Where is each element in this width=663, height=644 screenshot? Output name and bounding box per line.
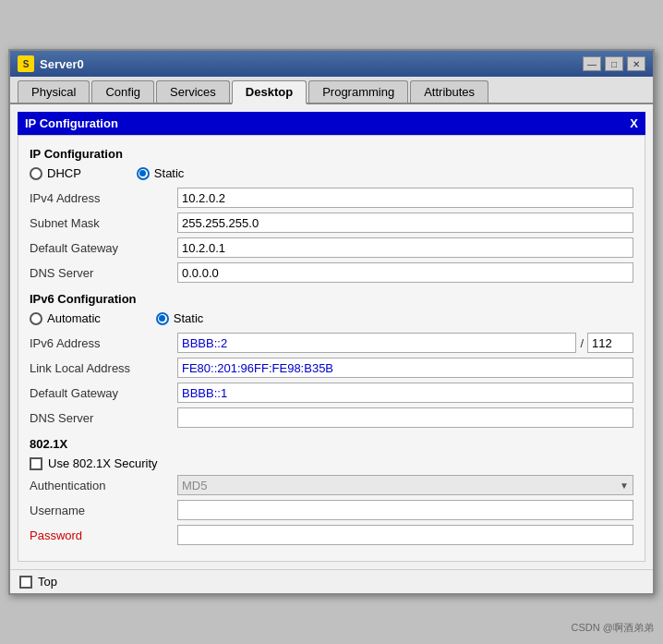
ipv6-section-label: IPv6 Configuration <box>30 292 633 306</box>
dot1x-checkbox-label: Use 802.1X Security <box>48 456 158 470</box>
ip-config-section-label: IP Configuration <box>30 147 633 161</box>
dns-server-input[interactable] <box>177 262 633 283</box>
dns-server-row: DNS Server <box>30 262 633 283</box>
dhcp-label: DHCP <box>47 166 81 180</box>
tab-bar: Physical Config Services Desktop Program… <box>10 77 653 104</box>
ipv6-static-label: Static <box>174 311 204 325</box>
panel-title: IP Configuration <box>25 116 118 130</box>
link-local-row: Link Local Address <box>30 358 633 378</box>
bottom-bar: Top <box>10 569 653 593</box>
ipv6-dns-label: DNS Server <box>30 411 177 425</box>
password-input[interactable] <box>177 525 633 545</box>
ipv6-gateway-label: Default Gateway <box>30 386 177 400</box>
password-row: Password <box>30 525 633 545</box>
close-button[interactable]: ✕ <box>627 56 645 71</box>
default-gateway-input[interactable] <box>177 237 633 258</box>
maximize-button[interactable]: □ <box>605 56 623 71</box>
ipv6-gateway-row: Default Gateway <box>30 383 633 403</box>
dns-server-label: DNS Server <box>30 266 177 280</box>
auth-value: MD5 <box>182 479 207 492</box>
username-label: Username <box>30 504 177 517</box>
ipv6-prefix-input[interactable] <box>587 333 633 353</box>
title-bar: S Server0 — □ ✕ <box>10 51 653 77</box>
static-radio-circle <box>137 167 150 180</box>
tab-attributes[interactable]: Attributes <box>410 80 488 103</box>
username-input[interactable] <box>177 500 633 520</box>
ipv6-divider: IPv6 Configuration <box>30 292 633 306</box>
ipv6-dns-input[interactable] <box>177 407 633 428</box>
static-label: Static <box>154 166 185 180</box>
content-area: IP Configuration X IP Configuration DHCP… <box>10 104 653 569</box>
dot1x-divider: 802.1X <box>30 437 633 451</box>
ipv4-address-label: IPv4 Address <box>30 191 177 205</box>
ipv4-address-input[interactable] <box>177 188 633 208</box>
subnet-mask-input[interactable] <box>177 213 633 233</box>
watermark: CSDN @啊酒弟弟 <box>572 621 654 635</box>
ipv4-radio-row: DHCP Static <box>30 166 633 180</box>
panel-header: IP Configuration X <box>18 112 645 135</box>
dot1x-checkbox-row[interactable]: Use 802.1X Security <box>30 456 633 470</box>
top-checkbox[interactable] <box>19 576 32 589</box>
link-local-label: Link Local Address <box>30 361 177 375</box>
dropdown-arrow-icon: ▼ <box>620 480 629 491</box>
window-controls: — □ ✕ <box>583 56 645 71</box>
ipv6-address-group: / <box>177 333 633 353</box>
ipv6-address-input[interactable] <box>177 333 576 353</box>
top-label: Top <box>38 575 57 589</box>
main-window: S Server0 — □ ✕ Physical Config Services… <box>8 49 655 595</box>
ipv6-static-radio-circle <box>156 312 169 325</box>
tab-physical[interactable]: Physical <box>18 80 90 103</box>
username-row: Username <box>30 500 633 520</box>
static-radio[interactable]: Static <box>137 166 185 180</box>
ipv6-address-label: IPv6 Address <box>30 336 177 350</box>
auto-label: Automatic <box>47 311 101 325</box>
default-gateway-label: Default Gateway <box>30 241 177 255</box>
panel-body: IP Configuration DHCP Static IPv4 Addres… <box>18 135 645 562</box>
auth-label: Authentication <box>30 479 177 492</box>
dot1x-checkbox[interactable] <box>30 457 42 470</box>
ipv6-address-row: IPv6 Address / <box>30 333 633 353</box>
default-gateway-row: Default Gateway <box>30 237 633 258</box>
tab-services[interactable]: Services <box>156 80 230 103</box>
tab-config[interactable]: Config <box>91 80 154 103</box>
auth-dropdown[interactable]: MD5 ▼ <box>177 475 633 495</box>
ipv6-gateway-input[interactable] <box>177 383 633 403</box>
subnet-mask-label: Subnet Mask <box>30 216 177 230</box>
panel-close-button[interactable]: X <box>630 116 638 130</box>
prefix-separator: / <box>580 336 584 350</box>
window-title: Server0 <box>40 57 583 71</box>
minimize-button[interactable]: — <box>583 56 601 71</box>
auto-radio-circle <box>30 312 42 325</box>
dhcp-radio[interactable]: DHCP <box>30 166 81 180</box>
tab-programming[interactable]: Programming <box>308 80 408 103</box>
auto-radio[interactable]: Automatic <box>30 311 101 325</box>
dot1x-section-label: 802.1X <box>30 437 633 451</box>
subnet-mask-row: Subnet Mask <box>30 213 633 233</box>
dhcp-radio-circle <box>30 167 42 180</box>
ipv6-radio-row: Automatic Static <box>30 311 633 325</box>
tab-desktop[interactable]: Desktop <box>232 80 307 104</box>
ipv6-static-radio[interactable]: Static <box>156 311 204 325</box>
ipv4-address-row: IPv4 Address <box>30 188 633 208</box>
link-local-input[interactable] <box>177 358 633 378</box>
password-label: Password <box>30 529 177 542</box>
auth-row: Authentication MD5 ▼ <box>30 475 633 495</box>
ipv6-dns-row: DNS Server <box>30 407 633 428</box>
app-icon: S <box>18 55 34 72</box>
